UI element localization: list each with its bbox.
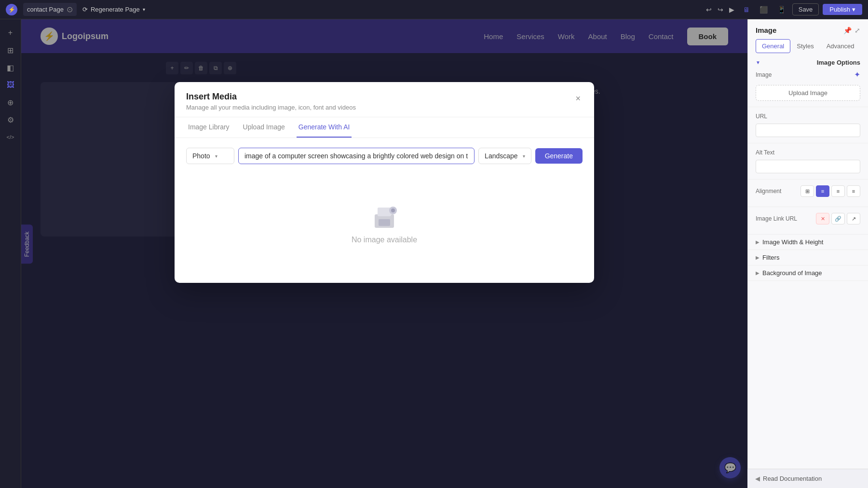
sidebar-add-icon[interactable]: + <box>3 25 18 41</box>
modal-title: Insert Media <box>186 92 356 102</box>
modal-header: Insert Media Manage all your media inclu… <box>175 82 594 117</box>
background-of-image-section[interactable]: ▶ Background of Image <box>748 265 868 281</box>
alignment-section: Alignment ⊞ ≡ ≡ ≡ <box>748 180 868 207</box>
width-height-label: Image Width & Height <box>762 238 823 246</box>
publish-chevron: ▾ <box>852 6 855 13</box>
align-left-button[interactable]: ⊞ <box>800 185 814 197</box>
prompt-input[interactable] <box>238 148 475 164</box>
bg-image-label: Background of Image <box>762 269 822 277</box>
tab-general[interactable]: General <box>756 39 790 53</box>
align-right-button[interactable]: ≡ <box>831 185 845 197</box>
remove-link-button[interactable]: ✕ <box>816 213 829 224</box>
canvas-area: + ✏ 🗑 ⧉ ⊕ ⚡ Logoipsum Home Services Work… <box>21 19 747 488</box>
sidebar-components-icon[interactable]: ◧ <box>3 60 18 75</box>
regen-chevron: ▾ <box>143 7 145 12</box>
desktop-view-button[interactable]: 🖥 <box>740 4 753 15</box>
section-chevron: ▼ <box>756 60 760 65</box>
svg-rect-2 <box>379 219 390 226</box>
expand-icon[interactable]: ⤢ <box>854 27 860 34</box>
svg-point-4 <box>391 209 395 212</box>
landscape-select[interactable]: Landscape ▾ <box>478 148 531 164</box>
save-button[interactable]: Save <box>792 3 819 15</box>
image-width-height-section[interactable]: ▶ Image Width & Height <box>748 235 868 250</box>
url-row: URL <box>756 113 860 120</box>
image-options-label: Image Options <box>817 59 860 66</box>
filters-label: Filters <box>762 254 779 261</box>
right-panel-tabs: General Styles Advanced <box>748 34 868 53</box>
add-image-icon[interactable]: ✦ <box>854 70 860 79</box>
play-button[interactable]: ▶ <box>727 4 736 15</box>
right-panel-header-icons: 📌 ⤢ <box>843 27 860 34</box>
tab-upload-image[interactable]: Upload Image <box>241 117 287 138</box>
left-sidebar: + ⊞ ◧ 🖼 ⊕ ⚙ </> <box>0 19 21 488</box>
alt-text-input[interactable] <box>756 160 860 173</box>
sidebar-code-icon[interactable]: </> <box>3 129 18 145</box>
filters-chevron: ▶ <box>756 255 760 260</box>
right-panel-header: Image 📌 ⤢ <box>748 19 868 34</box>
empty-state-text: No image available <box>352 236 417 244</box>
image-link-label: Image Link URL <box>756 215 797 222</box>
empty-state-icon <box>367 201 402 236</box>
alignment-row: Alignment ⊞ ≡ ≡ ≡ <box>756 185 860 197</box>
modal-empty-state: No image available <box>186 172 583 273</box>
sidebar-plugins-icon[interactable]: ⊕ <box>3 95 18 110</box>
add-link-button[interactable]: 🔗 <box>831 213 845 224</box>
mobile-view-button[interactable]: 📱 <box>774 4 788 15</box>
align-right-icon: ≡ <box>837 188 840 194</box>
undo-button[interactable]: ↩ <box>704 4 714 15</box>
open-link-button[interactable]: ↗ <box>847 213 860 224</box>
regen-icon: ⟳ <box>82 6 88 13</box>
image-label: Image <box>756 71 772 78</box>
alignment-label: Alignment <box>756 188 781 195</box>
url-input[interactable] <box>756 124 860 137</box>
alt-text-label: Alt Text <box>756 149 774 156</box>
right-panel-title: Image <box>756 26 776 34</box>
align-justify-button[interactable]: ≡ <box>847 185 860 197</box>
generate-button[interactable]: Generate <box>535 148 583 164</box>
bg-image-chevron: ▶ <box>756 270 760 276</box>
tablet-view-button[interactable]: ⬛ <box>757 4 771 15</box>
tab-styles[interactable]: Styles <box>790 39 820 53</box>
publish-button[interactable]: Publish ▾ <box>823 4 862 15</box>
top-bar: ⚡ contact Page ⊙ ⟳ Regenerate Page ▾ ↩ ↪… <box>0 0 868 19</box>
right-panel: Image 📌 ⤢ General Styles Advanced ▼ Imag… <box>747 19 868 488</box>
upload-image-button[interactable]: Upload Image <box>756 85 860 101</box>
tab-generate-ai[interactable]: Generate With AI <box>297 117 352 138</box>
modal-body: Photo ▾ Landscape ▾ Generate <box>175 138 594 283</box>
modal-toolbar: Photo ▾ Landscape ▾ Generate <box>186 148 583 164</box>
alignment-buttons: ⊞ ≡ ≡ ≡ <box>800 185 860 197</box>
align-left-icon: ⊞ <box>805 188 810 195</box>
modal-close-button[interactable]: × <box>573 92 583 106</box>
url-label: URL <box>756 113 767 120</box>
read-doc-label: Read Documentation <box>763 475 822 482</box>
image-row: Image ✦ <box>756 70 860 79</box>
regenerate-button[interactable]: ⟳ Regenerate Page ▾ <box>82 6 145 13</box>
alt-text-section: Alt Text <box>748 143 868 180</box>
link-url-buttons: ✕ 🔗 ↗ <box>816 213 860 224</box>
landscape-chevron: ▾ <box>523 153 525 159</box>
read-documentation[interactable]: ◀ Read Documentation <box>747 469 868 488</box>
pin-icon[interactable]: 📌 <box>843 27 852 34</box>
align-justify-icon: ≡ <box>852 188 855 194</box>
svg-rect-1 <box>378 208 391 216</box>
filters-section[interactable]: ▶ Filters <box>748 250 868 265</box>
align-center-button[interactable]: ≡ <box>816 185 829 197</box>
modal-header-text: Insert Media Manage all your media inclu… <box>186 92 356 111</box>
read-doc-chevron: ◀ <box>755 475 760 482</box>
alt-text-row: Alt Text <box>756 149 860 156</box>
insert-media-modal: Insert Media Manage all your media inclu… <box>175 82 594 283</box>
redo-button[interactable]: ↪ <box>716 4 725 15</box>
sidebar-layers-icon[interactable]: ⊞ <box>3 42 18 58</box>
device-switcher: ↩ ↪ ▶ <box>704 4 736 15</box>
sidebar-media-icon[interactable]: 🖼 <box>3 77 18 93</box>
photo-chevron: ▾ <box>215 153 217 159</box>
tab-advanced[interactable]: Advanced <box>820 39 861 53</box>
page-tab[interactable]: contact Page ⊙ <box>23 3 77 16</box>
tab-image-library[interactable]: Image Library <box>186 117 231 138</box>
image-options-header[interactable]: ▼ Image Options <box>756 59 860 66</box>
image-link-section: Image Link URL ✕ 🔗 ↗ <box>748 207 868 235</box>
photo-type-select[interactable]: Photo ▾ <box>186 148 234 164</box>
modal-overlay: Insert Media Manage all your media inclu… <box>21 19 747 488</box>
top-bar-actions: ↩ ↪ ▶ 🖥 ⬛ 📱 Save Publish ▾ <box>704 3 862 15</box>
sidebar-settings-icon[interactable]: ⚙ <box>3 112 18 127</box>
